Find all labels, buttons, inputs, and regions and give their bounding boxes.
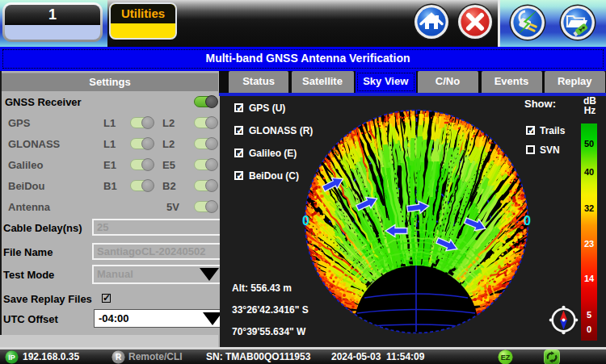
svg-text:R: R xyxy=(116,353,122,362)
svg-text:0: 0 xyxy=(302,214,309,228)
svg-text:IP: IP xyxy=(8,354,15,362)
svg-text:EZ: EZ xyxy=(501,354,511,362)
svg-text:0: 0 xyxy=(524,214,531,228)
